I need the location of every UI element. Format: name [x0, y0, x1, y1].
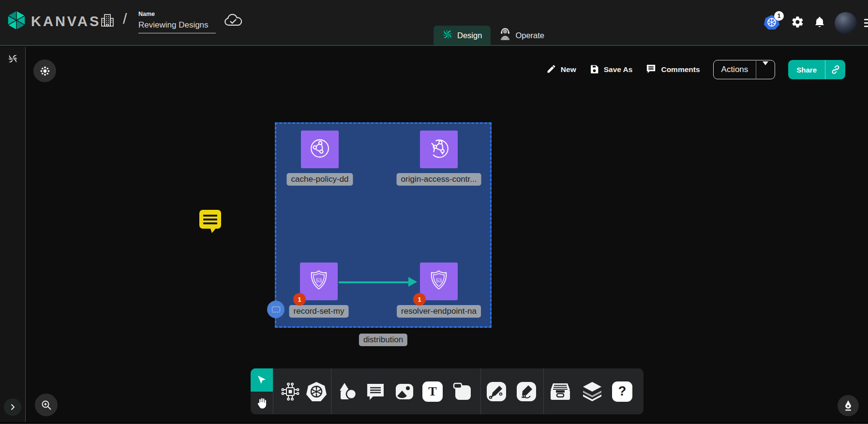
svg-text:53: 53: [436, 278, 442, 283]
kanvas-hexagon-icon: [7, 10, 26, 33]
tool-pen-path[interactable]: [486, 381, 507, 402]
node-error-badge[interactable]: 1: [293, 293, 306, 306]
route53-shield-icon: 53: [427, 268, 451, 294]
design-name-label: Name: [138, 11, 217, 17]
edge-arrowhead-icon: [408, 277, 417, 287]
header-right-controls: 1: [764, 0, 868, 46]
design-spiral-icon: [442, 29, 453, 42]
gear-icon[interactable]: [791, 15, 804, 30]
breadcrumb-separator: /: [123, 11, 127, 27]
comment-marker-tail: [210, 227, 217, 233]
node-label-record-set[interactable]: record-set-my: [289, 305, 349, 318]
chevron-down-icon: [763, 61, 768, 73]
tool-component-chip[interactable]: [280, 381, 300, 402]
share-button[interactable]: Share: [788, 60, 845, 79]
cloud-sync-icon: [224, 14, 243, 30]
pencil-icon: [546, 64, 556, 76]
group-selection-handle[interactable]: [267, 301, 284, 318]
bell-icon[interactable]: [814, 16, 825, 30]
app-window: KANVAS / Name: [0, 0, 868, 424]
actions-caret-button[interactable]: [756, 65, 775, 74]
menu-icon[interactable]: [864, 19, 868, 27]
new-button[interactable]: New: [546, 64, 576, 76]
tool-kubernetes[interactable]: [306, 381, 327, 402]
tool-drawer-archive[interactable]: [549, 382, 571, 401]
toolbar-divider: [543, 368, 544, 414]
tool-pencil-draw[interactable]: [516, 381, 537, 402]
node-record-set[interactable]: 53: [300, 263, 338, 300]
tool-help[interactable]: ?: [612, 381, 632, 402]
comments-button[interactable]: Comments: [645, 63, 700, 76]
zoom-in-button[interactable]: [35, 394, 58, 416]
mode-tabs: Design Operate: [434, 26, 553, 45]
logo-text: KANVAS: [31, 14, 101, 29]
node-cache-policy[interactable]: [301, 131, 339, 168]
tab-design[interactable]: Design: [434, 26, 491, 45]
tool-image[interactable]: [394, 381, 415, 402]
svg-text:53: 53: [316, 278, 322, 283]
node-label-resolver-endpoint[interactable]: resolver-endpoint-na: [397, 305, 481, 318]
tab-operate[interactable]: Operate: [491, 26, 553, 45]
tool-hand-pan[interactable]: [251, 392, 273, 414]
tool-note[interactable]: [452, 381, 473, 402]
bottom-toolbar: T: [251, 368, 644, 414]
actions-label: Actions: [714, 65, 756, 74]
tool-select-cursor[interactable]: [251, 368, 273, 392]
toolbar-divider: [273, 368, 273, 414]
node-error-badge[interactable]: 1: [413, 293, 426, 306]
avatar[interactable]: [835, 12, 857, 34]
k8s-context-count-badge: 1: [774, 11, 784, 21]
organization-icon[interactable]: [101, 13, 114, 30]
operator-headset-icon: [499, 28, 511, 43]
comment-bubble-icon: [645, 63, 657, 76]
window-bottom-edge: [0, 422, 868, 424]
route53-shield-icon: 53: [307, 268, 331, 294]
edge-record-to-resolver[interactable]: [339, 281, 409, 283]
tab-design-label: Design: [457, 31, 482, 40]
tool-shapes[interactable]: [337, 381, 358, 402]
canvas-module-button[interactable]: [33, 59, 56, 82]
node-label-origin-access[interactable]: origin-access-contr...: [397, 173, 481, 186]
tool-layers[interactable]: [581, 381, 603, 402]
design-name-field: Name: [138, 11, 217, 33]
node-label-cache-policy[interactable]: cache-policy-dd: [286, 173, 353, 186]
design-name-input[interactable]: [138, 19, 216, 33]
comments-label: Comments: [661, 65, 700, 74]
copy-link-button[interactable]: [825, 60, 845, 79]
canvas-comment-marker[interactable]: [199, 210, 221, 229]
kanvas-logo[interactable]: KANVAS: [7, 10, 101, 33]
left-sidebar: [0, 47, 26, 424]
globe-network-icon: [307, 136, 332, 163]
new-label: New: [561, 65, 576, 74]
floppy-icon: [589, 64, 599, 76]
actions-dropdown-button[interactable]: Actions: [713, 60, 776, 79]
pen-nib-button[interactable]: [838, 395, 859, 416]
design-action-bar: New Save As Comments Actions: [546, 59, 845, 80]
tool-comment[interactable]: [365, 382, 386, 401]
sidebar-expand-button[interactable]: [4, 398, 21, 416]
tool-text[interactable]: T: [422, 381, 443, 402]
toolbar-divider: [480, 368, 481, 414]
group-label-distribution[interactable]: distribution: [359, 334, 407, 346]
header: KANVAS / Name: [0, 0, 868, 46]
toolbar-divider: [331, 368, 331, 414]
share-label: Share: [788, 60, 825, 79]
node-resolver-endpoint[interactable]: 53: [420, 263, 458, 300]
kubernetes-context-button[interactable]: 1: [764, 15, 779, 32]
tab-operate-label: Operate: [515, 31, 544, 40]
save-as-button[interactable]: Save As: [589, 64, 633, 76]
globe-network-alt-icon: [426, 136, 451, 163]
node-origin-access[interactable]: [420, 131, 458, 168]
save-as-label: Save As: [604, 65, 633, 74]
group-icon: [272, 307, 280, 312]
meshery-spiral-icon[interactable]: [7, 53, 19, 67]
